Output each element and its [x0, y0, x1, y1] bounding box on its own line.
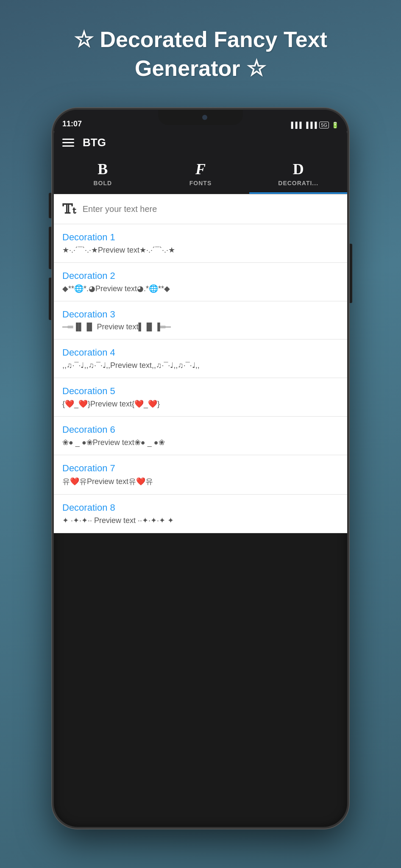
tab-fonts-icon: F	[195, 160, 206, 178]
status-time: 11:07	[62, 120, 82, 128]
tab-decoration-label: DECORATI...	[278, 180, 318, 186]
decoration-1-name: Decoration 1	[62, 232, 339, 243]
decoration-6-preview: ❀● _ ●❀Preview text❀● _ ●❀	[62, 438, 339, 447]
tab-decoration-icon: D	[293, 160, 304, 178]
tab-bar: B BOLD F FONTS D DECORATI...	[54, 154, 347, 194]
wifi-icon: ▐▐▐	[304, 122, 317, 128]
front-camera	[202, 115, 207, 120]
tab-bold-icon: B	[97, 160, 108, 178]
phone-wrapper: 11:07 ▐▐▐ ▐▐▐ 5G 🔋 BTG	[52, 108, 349, 829]
decoration-2-name: Decoration 2	[62, 270, 339, 281]
network-badge: 5G	[319, 122, 329, 128]
tab-bold-label: BOLD	[94, 180, 112, 186]
list-item[interactable]: Decoration 1 ★·.·´¯`·.·★Preview text★·.·…	[54, 224, 347, 263]
app-header: BTG	[54, 131, 347, 154]
list-item[interactable]: Decoration 2 ◆**🌐*.◕Preview text◕.*🌐**◆	[54, 263, 347, 301]
app-header-title: BTG	[83, 136, 106, 149]
decoration-5-preview: {❤️_❤️}Preview text{❤️_❤️}	[62, 399, 339, 409]
list-item[interactable]: Decoration 7 유❤️유Preview text유❤️유	[54, 455, 347, 495]
decoration-4-preview: ,,♫·¯·♩,,♫·¯·♩,,Preview text,,♫·¯·♩,,♫·¯…	[62, 361, 339, 370]
tab-fonts[interactable]: F FONTS	[152, 154, 250, 194]
signal-icon: ▐▐▐	[289, 122, 302, 128]
tab-fonts-label: FONTS	[189, 180, 212, 186]
notch	[158, 110, 243, 125]
list-item[interactable]: Decoration 6 ❀● _ ●❀Preview text❀● _ ●❀	[54, 417, 347, 455]
tab-decoration[interactable]: D DECORATI...	[249, 154, 347, 194]
decoration-3-name: Decoration 3	[62, 309, 339, 320]
status-icons: ▐▐▐ ▐▐▐ 5G 🔋	[289, 122, 339, 128]
decoration-8-name: Decoration 8	[62, 502, 339, 513]
text-input[interactable]	[83, 204, 339, 214]
decoration-4-name: Decoration 4	[62, 347, 339, 358]
power-button	[350, 244, 352, 303]
decoration-7-preview: 유❤️유Preview text유❤️유	[62, 476, 339, 487]
list-item[interactable]: Decoration 8 ✦ ·✦·✦·· Preview text ··✦·✦…	[54, 495, 347, 533]
list-item[interactable]: Decoration 3 ─═▐▌▐▌ Preview text▌▐▌▐═─	[54, 301, 347, 339]
decoration-3-preview: ─═▐▌▐▌ Preview text▌▐▌▐═─	[62, 323, 339, 331]
phone-screen: BTG B BOLD F FONTS D DECORATI... �	[54, 131, 347, 533]
decoration-5-name: Decoration 5	[62, 386, 339, 397]
decoration-2-preview: ◆**🌐*.◕Preview text◕.*🌐**◆	[62, 284, 339, 293]
list-item[interactable]: Decoration 4 ,,♫·¯·♩,,♫·¯·♩,,Preview tex…	[54, 339, 347, 378]
battery-icon: 🔋	[331, 122, 339, 128]
volume-up-button	[49, 227, 51, 269]
list-item[interactable]: Decoration 5 {❤️_❤️}Preview text{❤️_❤️}	[54, 378, 347, 417]
input-area[interactable]: 𝕋ₜ	[54, 194, 347, 224]
app-title: ☆ Decorated Fancy Text Generator ☆	[0, 25, 401, 83]
decoration-8-preview: ✦ ·✦·✦·· Preview text ··✦·✦·✦ ✦	[62, 516, 339, 525]
volume-mute-button	[49, 193, 51, 218]
menu-button[interactable]	[62, 139, 74, 147]
phone-frame: 11:07 ▐▐▐ ▐▐▐ 5G 🔋 BTG	[52, 108, 349, 829]
decoration-7-name: Decoration 7	[62, 463, 339, 474]
tab-bold[interactable]: B BOLD	[54, 154, 152, 194]
volume-down-button	[49, 278, 51, 320]
decoration-list: Decoration 1 ★·.·´¯`·.·★Preview text★·.·…	[54, 224, 347, 533]
decoration-1-preview: ★·.·´¯`·.·★Preview text★·.·´¯`·.·★	[62, 245, 339, 255]
decoration-6-name: Decoration 6	[62, 424, 339, 435]
text-format-icon: 𝕋ₜ	[62, 201, 76, 217]
